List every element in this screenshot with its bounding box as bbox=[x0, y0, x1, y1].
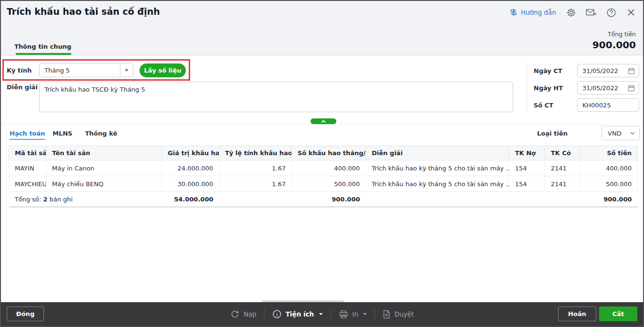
info-circle-icon bbox=[272, 309, 282, 319]
col-ten-tai-san[interactable]: Tên tài sản bbox=[46, 146, 162, 160]
tab-thong-ke[interactable]: Thống kê bbox=[85, 130, 117, 139]
close-button[interactable]: Đóng bbox=[7, 306, 44, 321]
chevron-up-icon bbox=[321, 120, 326, 123]
form-vertical-divider bbox=[526, 63, 527, 112]
cell-asset-code[interactable]: MAYIN bbox=[9, 160, 46, 176]
description-value: Trích khấu hao TSCĐ kỳ Tháng 5 bbox=[40, 82, 150, 97]
total-amount-label: Tổng tiền bbox=[608, 31, 636, 38]
col-gia-tri-khau-hao[interactable]: Giá trị khấu hao bbox=[162, 146, 219, 160]
cell-depreciation-value[interactable]: 24.000.000 bbox=[162, 160, 219, 176]
description-textarea[interactable]: Trích khấu hao TSCĐ kỳ Tháng 5 bbox=[39, 82, 513, 112]
tab-mlns[interactable]: MLNS bbox=[53, 130, 72, 139]
print-label: In bbox=[352, 310, 358, 318]
currency-label: Loại tiền bbox=[537, 130, 568, 137]
cell-description[interactable]: Trích khấu hao kỳ tháng 5 cho tài sản má… bbox=[366, 176, 509, 192]
bottom-toolbar: Đóng Nạp Tiện ích bbox=[1, 302, 643, 326]
tab-thong-tin-chung[interactable]: Thông tin chung bbox=[14, 43, 71, 50]
help-guide-label: Hướng dẫn bbox=[521, 9, 556, 16]
doc-date-value: 31/05/2022 bbox=[578, 67, 628, 74]
total-amount-value: 900.000 bbox=[592, 39, 636, 51]
toolbar-divider bbox=[264, 309, 265, 319]
cell-asset-name[interactable]: Máy in Canon bbox=[46, 160, 162, 176]
table-row[interactable]: MAYIN Máy in Canon 24.000.000 1.67 400.0… bbox=[9, 160, 638, 176]
cell-asset-name[interactable]: Máy chiếu BENQ bbox=[46, 176, 162, 192]
period-dropdown-button[interactable] bbox=[120, 63, 133, 77]
calendar-icon[interactable] bbox=[628, 84, 639, 92]
col-dien-giai[interactable]: Diễn giải bbox=[366, 146, 509, 160]
doc-no-value: KH00025 bbox=[578, 102, 639, 109]
reload-label: Nạp bbox=[244, 310, 257, 318]
period-select[interactable]: Tháng 5 bbox=[39, 63, 133, 77]
printer-icon bbox=[338, 310, 348, 319]
approve-label: Duyệt bbox=[395, 310, 414, 318]
header-actions: Hướng dẫn bbox=[509, 7, 636, 18]
save-button[interactable]: Cất bbox=[599, 306, 637, 321]
currency-value: VND bbox=[602, 130, 622, 137]
depreciation-table: Mã tài sản Tên tài sản Giá trị khấu hao … bbox=[9, 146, 638, 207]
cell-debit-account[interactable]: 154 bbox=[509, 160, 545, 176]
cell-monthly[interactable]: 500.000 bbox=[292, 176, 366, 192]
close-icon[interactable] bbox=[626, 7, 636, 18]
document-icon bbox=[383, 310, 391, 319]
cell-debit-account[interactable]: 154 bbox=[509, 176, 545, 192]
depreciation-window: Trích khấu hao tài sản cố định Hướng dẫn bbox=[0, 0, 644, 327]
signpost-icon bbox=[509, 8, 518, 17]
currency-select[interactable]: VND bbox=[601, 126, 640, 140]
posting-date-input[interactable]: 31/05/2022 bbox=[577, 81, 639, 95]
toolbar-divider bbox=[375, 309, 375, 319]
col-so-khau-hao[interactable]: Số khấu hao tháng/quý bbox=[292, 146, 366, 160]
doc-no-input[interactable]: KH00025 bbox=[577, 98, 639, 112]
period-value: Tháng 5 bbox=[40, 67, 120, 74]
col-tk-co[interactable]: TK Có bbox=[545, 146, 581, 160]
top-region: Trích khấu hao tài sản cố định Hướng dẫn bbox=[1, 1, 643, 55]
col-ty-le[interactable]: Tỷ lệ tính khấu hao (%) bbox=[219, 146, 292, 160]
print-button[interactable]: In bbox=[338, 310, 367, 319]
chevron-down-icon bbox=[319, 313, 322, 315]
postpone-button[interactable]: Hoãn bbox=[558, 306, 596, 321]
cell-monthly[interactable]: 400.000 bbox=[292, 160, 366, 176]
get-data-button[interactable]: Lấy số liệu bbox=[140, 63, 186, 77]
posting-date-label: Ngày HT bbox=[534, 84, 563, 92]
doc-date-input[interactable]: 31/05/2022 bbox=[577, 64, 639, 77]
cell-rate[interactable]: 1.67 bbox=[219, 176, 292, 192]
calendar-icon[interactable] bbox=[628, 67, 639, 74]
col-so-tien[interactable]: Số tiền bbox=[581, 146, 638, 160]
settings-gear-icon[interactable] bbox=[566, 7, 576, 18]
utilities-label: Tiện ích bbox=[286, 310, 314, 318]
description-label: Diễn giải bbox=[7, 84, 38, 91]
total-depreciation-value: 54.000.000 bbox=[162, 192, 219, 207]
cell-description[interactable]: Trích khấu hao kỳ tháng 5 cho tài sản má… bbox=[366, 160, 509, 176]
col-ma-tai-san[interactable]: Mã tài sản bbox=[9, 146, 46, 160]
cell-rate[interactable]: 1.67 bbox=[219, 160, 292, 176]
toolbar-center-group: Nạp Tiện ích In bbox=[230, 302, 414, 326]
chevron-down-icon bbox=[125, 69, 129, 72]
cell-depreciation-value[interactable]: 30.000.000 bbox=[162, 176, 219, 192]
help-question-icon[interactable] bbox=[606, 7, 616, 18]
cell-amount[interactable]: 400.000 bbox=[581, 160, 638, 176]
cell-credit-account[interactable]: 2141 bbox=[545, 176, 581, 192]
table-total-row: Tổng số: 2 bản ghi 54.000.000 900.000 90… bbox=[9, 192, 638, 207]
cell-credit-account[interactable]: 2141 bbox=[545, 160, 581, 176]
tab-hach-toan[interactable]: Hạch toán bbox=[10, 130, 45, 140]
table-row[interactable]: MAYCHIEU Máy chiếu BENQ 30.000.000 1.67 … bbox=[9, 176, 638, 192]
chevron-down-icon bbox=[363, 313, 367, 315]
mail-feedback-icon[interactable] bbox=[586, 7, 596, 18]
col-tk-no[interactable]: TK Nợ bbox=[509, 146, 545, 160]
active-tab-underline bbox=[16, 53, 71, 55]
total-amount: 900.000 bbox=[581, 192, 638, 207]
period-label: Kỳ tính bbox=[7, 67, 32, 74]
toolbar-divider bbox=[330, 309, 331, 319]
utilities-button[interactable]: Tiện ích bbox=[272, 309, 323, 319]
page-title: Trích khấu hao tài sản cố định bbox=[7, 6, 160, 17]
total-monthly: 900.000 bbox=[292, 192, 366, 207]
approve-button[interactable]: Duyệt bbox=[383, 310, 414, 319]
cell-amount[interactable]: 500.000 bbox=[581, 176, 638, 192]
posting-date-value: 31/05/2022 bbox=[578, 84, 628, 92]
record-count: Tổng số: 2 bản ghi bbox=[9, 192, 162, 207]
help-guide-link[interactable]: Hướng dẫn bbox=[509, 8, 556, 17]
cell-asset-code[interactable]: MAYCHIEU bbox=[9, 176, 46, 192]
reload-button[interactable]: Nạp bbox=[230, 309, 257, 319]
table-header-row: Mã tài sản Tên tài sản Giá trị khấu hao … bbox=[9, 146, 638, 160]
doc-no-label: Số CT bbox=[534, 102, 553, 109]
collapse-panel-button[interactable] bbox=[311, 118, 336, 124]
